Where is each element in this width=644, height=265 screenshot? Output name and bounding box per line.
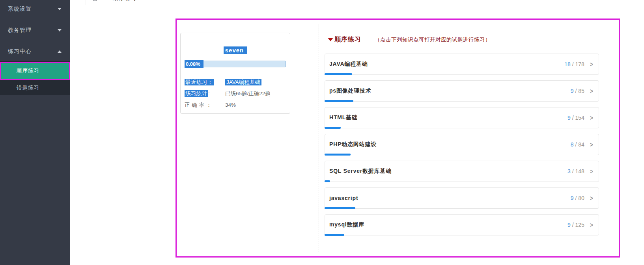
- triangle-down-icon: [328, 38, 333, 41]
- sidebar-item-system-settings[interactable]: 系统设置: [0, 0, 70, 20]
- item-progress-bar: [325, 234, 344, 236]
- app-window: 系统设置 教务管理 练习中心 顺序练习 错题练习 «: [0, 0, 644, 265]
- item-progress-bar: [325, 100, 353, 102]
- tab-sequential-practice[interactable]: 顺序练习 ×: [104, 0, 152, 5]
- done-count: 9: [567, 115, 571, 121]
- chevron-down-icon: [58, 29, 62, 32]
- double-chevron-left-icon: «: [76, 0, 80, 2]
- home-button[interactable]: [86, 0, 104, 5]
- total-count: / 125: [571, 222, 584, 228]
- chevron-right-icon: >: [590, 114, 593, 121]
- done-count: 8: [571, 141, 574, 148]
- knowledge-list-item[interactable]: ps图像处理技术 9 / 85 >: [325, 80, 599, 102]
- user-stat-row: 正 确 率 ： 34%: [185, 99, 287, 111]
- panel-hint: （点击下列知识点可打开对应的试题进行练习）: [375, 36, 491, 43]
- sidebar-item-label: 系统设置: [8, 6, 32, 13]
- item-progress-bar: [325, 127, 341, 129]
- total-count: / 154: [571, 115, 584, 121]
- sidebar-item-label: 教务管理: [8, 27, 32, 34]
- user-stat-row: 最近练习： JAVA编程基础: [185, 76, 287, 88]
- knowledge-list-item[interactable]: mysql数据库 9 / 125 >: [325, 214, 599, 235]
- stat-value: 34%: [225, 102, 287, 108]
- sidebar-item-academic-management[interactable]: 教务管理: [0, 20, 70, 41]
- done-count: 9: [571, 195, 574, 201]
- vertical-dashed-divider: [319, 24, 319, 252]
- chevron-right-icon: >: [590, 87, 593, 95]
- panel-title: 顺序练习: [334, 35, 361, 44]
- username: seven: [224, 46, 247, 54]
- chevron-down-icon: [58, 8, 62, 10]
- sidebar-item-label: 练习中心: [8, 48, 32, 55]
- sidebar-item-label: 错题练习: [17, 84, 39, 91]
- sidebar-menu: 系统设置 教务管理 练习中心: [0, 0, 70, 62]
- done-count: 9: [571, 88, 574, 94]
- knowledge-list-item[interactable]: javascript 9 / 80 >: [325, 187, 599, 209]
- knowledge-title: SQL Server数据库基础: [329, 168, 392, 175]
- knowledge-title: PHP动态网站建设: [329, 141, 377, 148]
- tag-bar: « 顺序练习 ×: [70, 0, 644, 5]
- collapse-sidebar-button[interactable]: «: [70, 0, 86, 5]
- user-stat-row: 练习统计: 已练65题/正确22题: [185, 88, 287, 99]
- chevron-right-icon: >: [590, 141, 593, 148]
- done-count: 9: [567, 222, 571, 228]
- knowledge-progress-count: 18 / 178 >: [564, 61, 593, 67]
- chevron-right-icon: >: [590, 168, 593, 175]
- total-count: / 85: [574, 88, 584, 94]
- chevron-up-icon: [58, 50, 62, 53]
- knowledge-title: mysql数据库: [329, 221, 364, 228]
- item-progress-bar: [325, 207, 355, 209]
- knowledge-progress-count: 3 / 148 >: [567, 168, 593, 174]
- knowledge-progress-count: 8 / 84 >: [571, 141, 593, 148]
- stat-value: 已练65题/正确22题: [225, 90, 287, 97]
- sidebar-item-sequential-practice[interactable]: 顺序练习: [0, 62, 70, 80]
- stat-value: JAVA编程基础: [225, 79, 287, 86]
- chevron-right-icon: >: [590, 61, 593, 68]
- item-progress-bar: [325, 180, 330, 182]
- chevron-right-icon: >: [590, 195, 593, 202]
- knowledge-title: javascript: [329, 195, 358, 201]
- item-progress-bar: [325, 73, 352, 75]
- sidebar: 系统设置 教务管理 练习中心 顺序练习 错题练习: [0, 0, 70, 265]
- stat-label: 练习统计:: [185, 90, 225, 97]
- sidebar-item-practice-center[interactable]: 练习中心: [0, 41, 70, 62]
- total-count: / 80: [574, 195, 584, 201]
- total-count: / 84: [574, 141, 584, 148]
- knowledge-title: JAVA编程基础: [329, 61, 368, 68]
- stat-label: 最近练习：: [185, 79, 225, 86]
- knowledge-progress-count: 9 / 80 >: [571, 195, 593, 201]
- stat-label: 正 确 率 ：: [185, 102, 225, 109]
- knowledge-list-item[interactable]: SQL Server数据库基础 3 / 148 >: [325, 161, 599, 182]
- knowledge-list-item[interactable]: PHP动态网站建设 8 / 84 >: [325, 134, 599, 155]
- home-icon: [92, 0, 98, 2]
- panel-header: 顺序练习 （点击下列知识点可打开对应的试题进行练习）: [328, 35, 491, 44]
- item-progress-bar: [325, 154, 351, 156]
- knowledge-list-item[interactable]: HTML基础 9 / 154 >: [325, 107, 599, 128]
- knowledge-progress-count: 9 / 154 >: [567, 115, 593, 121]
- knowledge-list: JAVA编程基础 18 / 178 > ps图像处理技术 9 / 85 > HT…: [325, 54, 599, 235]
- user-summary-card: seven 0.08% 最近练习： JAVA编程基础 练习统计: 已练65题/正…: [180, 33, 290, 114]
- sidebar-submenu: 顺序练习 错题练习: [0, 61, 70, 95]
- knowledge-title: HTML基础: [329, 114, 358, 121]
- progress-percent-label: 0.08%: [185, 60, 203, 68]
- user-stats-rows: 最近练习： JAVA编程基础 练习统计: 已练65题/正确22题 正 确 率 ：…: [185, 76, 287, 111]
- overall-progress-bar: 0.08%: [185, 61, 286, 67]
- total-count: / 148: [571, 168, 584, 174]
- sidebar-item-wrong-question-practice[interactable]: 错题练习: [0, 80, 70, 96]
- sidebar-item-label: 顺序练习: [17, 67, 39, 74]
- knowledge-progress-count: 9 / 125 >: [567, 222, 593, 228]
- total-count: / 178: [571, 61, 584, 67]
- knowledge-title: ps图像处理技术: [329, 87, 371, 95]
- done-count: 3: [567, 168, 571, 174]
- knowledge-progress-count: 9 / 85 >: [571, 88, 593, 94]
- done-count: 18: [564, 61, 571, 67]
- knowledge-list-item[interactable]: JAVA编程基础 18 / 178 >: [325, 54, 599, 75]
- tab-label: 顺序练习: [113, 0, 136, 2]
- close-icon[interactable]: ×: [143, 0, 146, 2]
- chevron-right-icon: >: [590, 221, 593, 228]
